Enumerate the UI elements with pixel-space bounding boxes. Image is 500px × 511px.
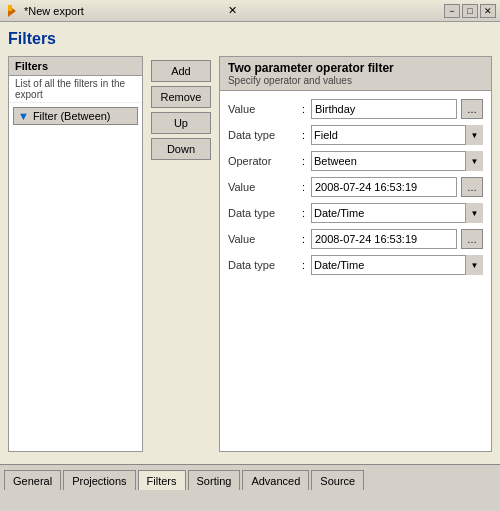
- main-content: Filters Filters List of all the filters …: [0, 22, 500, 464]
- input-value1[interactable]: [311, 99, 457, 119]
- filters-panel-subtext: List of all the filters in the export: [9, 76, 142, 103]
- label-datatype1: Data type: [228, 129, 298, 141]
- form-row-value3: Value : …: [228, 229, 483, 249]
- select-wrapper-datatype1: Field Value ▼: [311, 125, 483, 145]
- tab-filters[interactable]: Filters: [138, 470, 186, 490]
- tab-general[interactable]: General: [4, 470, 61, 490]
- form-row-value1: Value : …: [228, 99, 483, 119]
- label-value1: Value: [228, 103, 298, 115]
- browse-value3-button[interactable]: …: [461, 229, 483, 249]
- content-area: Filters List of all the filters in the e…: [8, 56, 492, 452]
- add-button[interactable]: Add: [151, 60, 211, 82]
- right-panel-body: Value : … Data type : Field Value ▼: [220, 91, 491, 283]
- svg-marker-1: [8, 5, 12, 11]
- select-wrapper-datatype2: Date/Time Field ▼: [311, 203, 483, 223]
- down-button[interactable]: Down: [151, 138, 211, 160]
- right-panel-header: Two parameter operator filter Specify op…: [220, 57, 491, 91]
- right-panel-title: Two parameter operator filter: [228, 61, 483, 75]
- filters-panel-header: Filters: [9, 57, 142, 76]
- label-operator: Operator: [228, 155, 298, 167]
- select-wrapper-datatype3: Date/Time Field ▼: [311, 255, 483, 275]
- select-wrapper-operator: Between Equals Less than Greater than ▼: [311, 151, 483, 171]
- filter-list: ▼ Filter (Between): [9, 103, 142, 451]
- label-value2: Value: [228, 181, 298, 193]
- filters-panel: Filters List of all the filters in the e…: [8, 56, 143, 452]
- form-row-value2: Value : …: [228, 177, 483, 197]
- select-datatype2[interactable]: Date/Time Field: [311, 203, 483, 223]
- window-title: *New export: [24, 5, 224, 17]
- select-datatype1[interactable]: Field Value: [311, 125, 483, 145]
- tab-close-icon[interactable]: ✕: [228, 4, 237, 17]
- right-panel: Two parameter operator filter Specify op…: [219, 56, 492, 452]
- app-icon: [4, 3, 20, 19]
- form-row-datatype1: Data type : Field Value ▼: [228, 125, 483, 145]
- titlebar: *New export ✕ − □ ✕: [0, 0, 500, 22]
- label-value3: Value: [228, 233, 298, 245]
- tab-sorting[interactable]: Sorting: [188, 470, 241, 490]
- select-datatype3[interactable]: Date/Time Field: [311, 255, 483, 275]
- input-value2[interactable]: [311, 177, 457, 197]
- filter-item[interactable]: ▼ Filter (Between): [13, 107, 138, 125]
- remove-button[interactable]: Remove: [151, 86, 211, 108]
- page-title: Filters: [8, 30, 492, 48]
- filter-item-label: Filter (Between): [33, 110, 111, 122]
- label-datatype2: Data type: [228, 207, 298, 219]
- close-button[interactable]: ✕: [480, 4, 496, 18]
- maximize-button[interactable]: □: [462, 4, 478, 18]
- input-value3[interactable]: [311, 229, 457, 249]
- select-operator[interactable]: Between Equals Less than Greater than: [311, 151, 483, 171]
- minimize-button[interactable]: −: [444, 4, 460, 18]
- tab-advanced[interactable]: Advanced: [242, 470, 309, 490]
- form-row-datatype3: Data type : Date/Time Field ▼: [228, 255, 483, 275]
- window-controls: − □ ✕: [444, 4, 496, 18]
- tab-projections[interactable]: Projections: [63, 470, 135, 490]
- tab-source[interactable]: Source: [311, 470, 364, 490]
- browse-value1-button[interactable]: …: [461, 99, 483, 119]
- up-button[interactable]: Up: [151, 112, 211, 134]
- bottom-tab-bar: General Projections Filters Sorting Adva…: [0, 464, 500, 490]
- action-buttons: Add Remove Up Down: [151, 56, 211, 452]
- right-panel-subtitle: Specify operator and values: [228, 75, 483, 86]
- form-row-datatype2: Data type : Date/Time Field ▼: [228, 203, 483, 223]
- label-datatype3: Data type: [228, 259, 298, 271]
- filter-icon: ▼: [18, 110, 29, 122]
- form-row-operator: Operator : Between Equals Less than Grea…: [228, 151, 483, 171]
- browse-value2-button[interactable]: …: [461, 177, 483, 197]
